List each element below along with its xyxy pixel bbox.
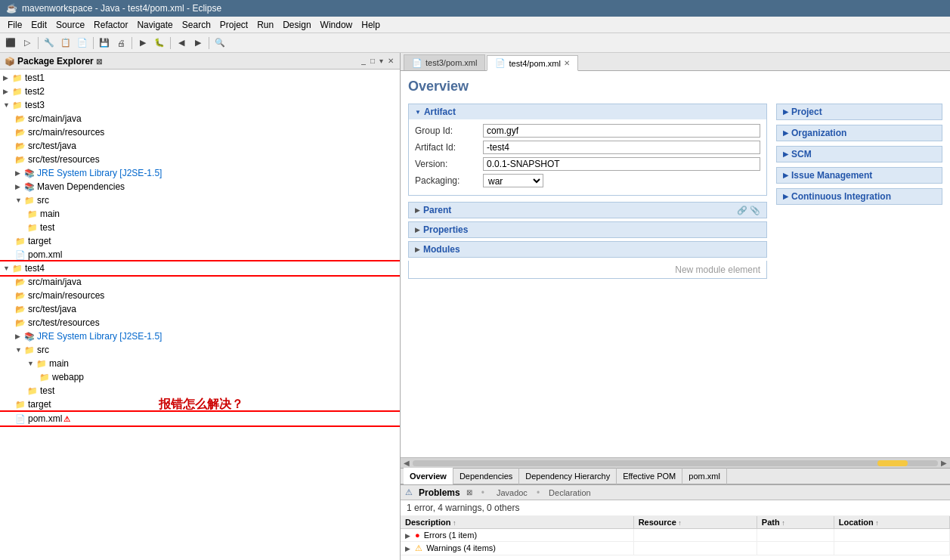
section-project-toggle[interactable]: ▶ bbox=[783, 108, 788, 116]
tree-item-test1[interactable]: ▶ 📁 test1 bbox=[0, 71, 400, 85]
tree-item-test3-src[interactable]: ▼ 📁 src bbox=[0, 193, 400, 207]
tree-item-test4-src-main-res[interactable]: 📂 src/main/resources bbox=[0, 289, 400, 302]
menu-run[interactable]: Run bbox=[252, 18, 278, 32]
toolbar-btn-7[interactable]: 🖨 bbox=[113, 36, 128, 51]
section-project-header[interactable]: ▶ Project bbox=[777, 104, 942, 119]
tree-item-test3-src-main-res[interactable]: 📂 src/main/resources bbox=[0, 125, 400, 139]
toggle-test3-src[interactable]: ▼ bbox=[15, 196, 24, 204]
parent-toggle[interactable]: ▶ bbox=[415, 206, 420, 214]
tree-item-test4-main[interactable]: ▼ 📁 main bbox=[0, 357, 400, 370]
tree-item-test4[interactable]: ▼ 📁 test4 bbox=[0, 261, 400, 275]
tree-item-test4-src-test-res[interactable]: 📂 src/test/resources bbox=[0, 316, 400, 330]
col-location[interactable]: Location bbox=[834, 516, 949, 529]
maximize-icon[interactable]: □ bbox=[369, 56, 376, 66]
toggle-test3-jre[interactable]: ▶ bbox=[15, 169, 24, 177]
bottom-tab-dependencies[interactable]: Dependencies bbox=[453, 468, 519, 484]
bottom-tab-dep-hierarchy[interactable]: Dependency Hierarchy bbox=[519, 468, 617, 484]
section-issue-toggle[interactable]: ▶ bbox=[783, 172, 788, 179]
menu-edit[interactable]: Edit bbox=[26, 18, 51, 32]
menu-source[interactable]: Source bbox=[51, 18, 89, 32]
select-packaging[interactable]: jar war pom ear bbox=[483, 174, 543, 187]
menu-icon[interactable]: ▾ bbox=[378, 56, 385, 66]
toolbar-btn-forward[interactable]: ▶ bbox=[190, 36, 206, 51]
input-version[interactable] bbox=[483, 157, 760, 171]
modules-header[interactable]: ▶ Modules bbox=[408, 241, 767, 258]
input-groupid[interactable] bbox=[483, 124, 760, 138]
tree-item-test3-target[interactable]: 📁 target bbox=[0, 234, 400, 248]
tree-item-test3-src-test-res[interactable]: 📂 src/test/resources bbox=[0, 153, 400, 166]
artifact-header[interactable]: ▼ Artifact bbox=[409, 104, 766, 119]
section-issue-mgmt-header[interactable]: ▶ Issue Management bbox=[777, 168, 942, 183]
tree-item-test3-src-main-java[interactable]: 📂 src/main/java bbox=[0, 112, 400, 125]
toggle-test4-main[interactable]: ▼ bbox=[27, 360, 36, 367]
tree-item-test3[interactable]: ▼ 📁 test3 bbox=[0, 98, 400, 112]
menu-project[interactable]: Project bbox=[215, 18, 252, 32]
scrollbar-track[interactable] bbox=[413, 460, 938, 466]
section-ci-toggle[interactable]: ▶ bbox=[783, 193, 788, 200]
toolbar-btn-3[interactable]: 🔧 bbox=[42, 36, 57, 51]
toggle-test2[interactable]: ▶ bbox=[3, 88, 12, 95]
menu-navigate[interactable]: Navigate bbox=[132, 18, 177, 32]
menu-window[interactable]: Window bbox=[316, 18, 357, 32]
section-organization-header[interactable]: ▶ Organization bbox=[777, 125, 942, 141]
tree-item-test4-src-test-java[interactable]: 📂 src/test/java bbox=[0, 302, 400, 316]
toggle-test4[interactable]: ▼ bbox=[3, 265, 12, 272]
toolbar-btn-2[interactable]: ▷ bbox=[20, 36, 35, 51]
bottom-tab-overview[interactable]: Overview bbox=[404, 468, 453, 484]
parent-header[interactable]: ▶ Parent 🔗 📎 bbox=[408, 202, 767, 218]
minimize-icon[interactable]: ⎯ bbox=[360, 56, 367, 66]
toggle-test4-src[interactable]: ▼ bbox=[15, 346, 24, 354]
toolbar-btn-4[interactable]: 📋 bbox=[58, 36, 73, 51]
bottom-tab-effective-pom[interactable]: Effective POM bbox=[617, 468, 682, 484]
artifact-toggle[interactable]: ▼ bbox=[415, 109, 421, 116]
section-ci-header[interactable]: ▶ Continuous Integration bbox=[777, 189, 942, 204]
menu-search[interactable]: Search bbox=[178, 18, 215, 32]
tab-test4-pom[interactable]: 📄 test4/pom.xml ✕ bbox=[487, 55, 577, 71]
tab-close-test4[interactable]: ✕ bbox=[564, 59, 570, 67]
toolbar-btn-run[interactable]: ▶ bbox=[135, 36, 150, 51]
col-resource[interactable]: Resource bbox=[633, 516, 757, 529]
problems-tab-declaration[interactable]: Declaration bbox=[546, 488, 594, 497]
tree-item-test3-maven[interactable]: ▶ 📚 Maven Dependencies bbox=[0, 180, 400, 193]
tree-item-test3-src-test-java[interactable]: 📂 src/test/java bbox=[0, 139, 400, 153]
tree-item-test3-test[interactable]: 📁 test bbox=[0, 221, 400, 234]
tree-item-test4-src-main-java[interactable]: 📂 src/main/java bbox=[0, 275, 400, 289]
tree-item-test4-src[interactable]: ▼ 📁 src bbox=[0, 343, 400, 357]
toolbar-btn-6[interactable]: 💾 bbox=[97, 36, 112, 51]
tree-item-test3-jre[interactable]: ▶ 📚 JRE System Library [J2SE-1.5] bbox=[0, 166, 400, 180]
col-path[interactable]: Path bbox=[757, 516, 834, 529]
col-description[interactable]: Description bbox=[401, 516, 633, 529]
toggle-test3[interactable]: ▼ bbox=[3, 101, 12, 109]
tree-item-test3-main[interactable]: 📁 main bbox=[0, 207, 400, 221]
input-artifactid[interactable] bbox=[483, 141, 760, 154]
close-icon[interactable]: ✕ bbox=[386, 56, 395, 66]
toolbar-btn-debug[interactable]: 🐛 bbox=[152, 36, 167, 51]
tree-item-test4-pom[interactable]: 📄 pom.xml ⚠ bbox=[0, 412, 400, 425]
horizontal-scrollbar[interactable]: ◀ ▶ bbox=[401, 457, 950, 468]
tree-item-test4-test[interactable]: 📁 test bbox=[0, 384, 400, 398]
toolbar-btn-5[interactable]: 📄 bbox=[75, 36, 90, 51]
tree-item-test4-webapp[interactable]: 📁 webapp bbox=[0, 370, 400, 384]
problems-tab-javadoc[interactable]: Javadoc bbox=[494, 488, 531, 497]
tab-test3-pom[interactable]: 📄 test3/pom.xml bbox=[404, 54, 485, 70]
bottom-tab-pom-xml[interactable]: pom.xml bbox=[682, 468, 727, 484]
properties-toggle[interactable]: ▶ bbox=[415, 226, 420, 234]
tree-item-test2[interactable]: ▶ 📁 test2 bbox=[0, 85, 400, 98]
errors-row[interactable]: ▶ ● Errors (1 item) bbox=[401, 529, 950, 542]
section-organization-toggle[interactable]: ▶ bbox=[783, 129, 788, 137]
scroll-right-icon[interactable]: ▶ bbox=[941, 459, 947, 467]
tree-item-test3-pom[interactable]: 📄 pom.xml bbox=[0, 248, 400, 261]
toggle-test1[interactable]: ▶ bbox=[3, 74, 12, 82]
section-scm-toggle[interactable]: ▶ bbox=[783, 150, 788, 158]
warnings-row[interactable]: ▶ ⚠ Warnings (4 items) bbox=[401, 542, 950, 555]
errors-expand-icon[interactable]: ▶ bbox=[405, 532, 410, 540]
menu-help[interactable]: Help bbox=[357, 18, 385, 32]
toggle-test3-maven[interactable]: ▶ bbox=[15, 183, 24, 190]
menu-file[interactable]: File bbox=[3, 18, 26, 32]
properties-header[interactable]: ▶ Properties bbox=[408, 221, 767, 238]
menu-refactor[interactable]: Refactor bbox=[89, 18, 132, 32]
scrollbar-thumb[interactable] bbox=[877, 460, 908, 466]
modules-toggle[interactable]: ▶ bbox=[415, 246, 420, 253]
tree-item-test4-target[interactable]: 📁 target bbox=[0, 398, 400, 411]
toolbar-btn-1[interactable]: ⬛ bbox=[3, 36, 18, 51]
